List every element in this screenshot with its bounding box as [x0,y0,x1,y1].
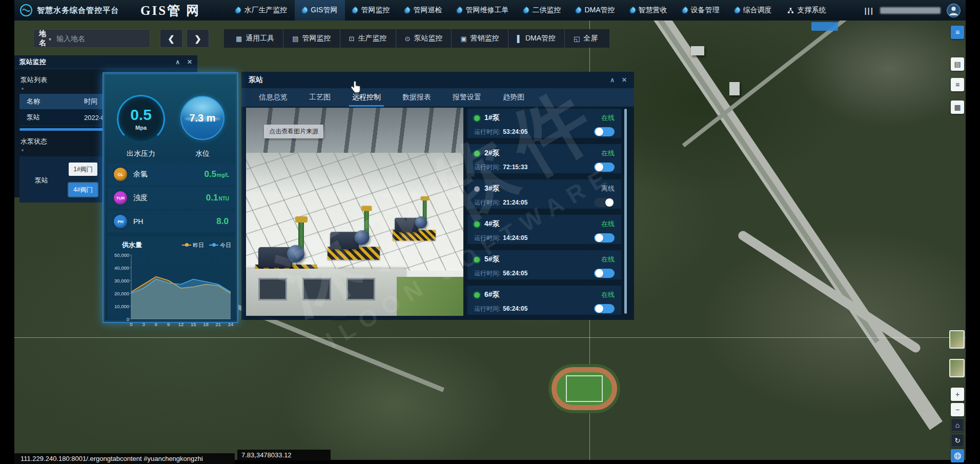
runtime-label: 运行时间: [474,198,500,207]
zoom-out-icon[interactable]: − [951,403,964,416]
user-avatar[interactable] [947,4,961,17]
nav-item-network-monitor[interactable]: 管网监控 [345,0,397,21]
tab-info-overview[interactable]: 信息总览 [259,88,288,107]
pressure-value: 0.5 [130,107,152,123]
turbidity-icon: TUR [114,191,127,205]
tool-general-tools[interactable]: ▦通用工具 [227,29,283,48]
svg-text:3: 3 [142,321,145,327]
status-badge: 离线 [601,184,615,193]
globe-icon[interactable] [951,449,964,462]
panel-toggle-icon[interactable]: ≡ [951,26,964,39]
pump-toggle[interactable] [594,127,615,136]
svg-text:24: 24 [228,321,234,327]
nav-item-device-management[interactable]: 设备管理 [675,0,727,21]
nav-item-label: 支撑系统 [798,6,826,15]
pump-card-2[interactable]: 2#泵在线 运行时间:72:15:33 [467,144,621,173]
tool-fullscreen[interactable]: ◱全屏 [565,29,606,48]
basemap-thumbnail-2[interactable] [949,359,965,377]
pump-card-3[interactable]: 3#泵离线 运行时间:21:24:05 [467,179,621,209]
water-drop-icon [575,7,582,14]
legend-icon[interactable]: ▤ [951,57,964,71]
tool-pump-station-monitor[interactable]: ⊙泵站监控 [396,29,452,48]
zoom-in-icon[interactable]: + [951,388,964,401]
pump-name: 1#泵 [484,113,500,123]
runtime-value: 21:24:05 [503,199,527,206]
valve-1-button[interactable]: 1#阀门 [69,163,97,176]
pump-unit-3 [393,187,436,241]
water-supply-chart: 供水量 昨日 今日 010,00020,00030,00040,00050,00… [108,236,235,320]
map-forward-button[interactable]: ❯ [187,29,209,48]
pump-room-3d-image[interactable] [246,108,463,316]
nav-item-label: DMA管控 [584,6,615,15]
runtime-label: 运行时间: [474,128,500,136]
nav-item-repair-orders[interactable]: 管网维修工单 [450,0,516,21]
pump-toggle[interactable] [594,163,615,172]
runtime-value: 14:24:05 [503,234,527,241]
nav-item-gis-network[interactable]: GIS管网 [295,0,345,21]
nav-item-dma-control[interactable]: DMA管控 [568,0,622,21]
pump-toggle[interactable] [594,304,615,313]
nav-item-network-inspection[interactable]: 管网巡检 [397,0,450,21]
water-drop-icon [301,7,309,14]
pump-name: 6#泵 [484,290,500,299]
close-icon[interactable]: ✕ [622,76,627,84]
collapse-icon[interactable]: ∧ [610,76,615,84]
legend-yesterday[interactable]: 昨日 [182,241,204,249]
runtime-label: 运行时间: [474,305,500,313]
water-drop-icon [523,7,530,14]
valve-4-button[interactable]: 4#阀门 [69,183,97,196]
legend-today[interactable]: 今日 [209,241,231,249]
nav-item-dispatch[interactable]: 综合调度 [727,0,780,21]
search-category-dropdown[interactable]: 地名 [39,29,46,48]
metric-row-chlorine: CL 余氯 0.5mg/L [108,164,235,185]
tool-label: 全屏 [583,34,598,43]
panel-icon: ▣ [460,35,466,43]
home-icon[interactable]: ⌂ [951,418,964,432]
pump-list-scrollbar[interactable] [624,109,627,314]
status-dot [474,257,480,263]
basemap-thumbnail-1[interactable] [949,330,965,349]
tab-process-diagram[interactable]: 工艺图 [309,88,331,107]
pump-card-4[interactable]: 4#泵在线 运行时间:14:24:05 [467,215,621,244]
status-badge: 在线 [601,290,615,299]
building-lawn [397,277,463,316]
list-icon[interactable]: ≡ [951,78,964,91]
svg-text:15: 15 [191,321,196,327]
pump-toggle[interactable] [594,233,615,243]
pump-card-5[interactable]: 5#泵在线 运行时间:56:24:05 [467,250,621,279]
tool-dma-control[interactable]: ▌DMA管控 [508,29,565,48]
refresh-icon[interactable]: ↻ [951,434,964,447]
map-back-button[interactable]: ❮ [160,29,182,48]
pump-card-6[interactable]: 6#泵在线 运行时间:56:24:05 [467,286,621,315]
pump-toggle[interactable] [594,198,615,207]
screen-border-left [0,0,14,464]
collapse-icon[interactable]: ∧ [175,58,180,66]
nav-item-support-system[interactable]: 支撑系统 [780,0,834,21]
water-level-value: 7.3 m [189,112,215,124]
svg-text:20,000: 20,000 [114,291,129,296]
tool-marketing-monitor[interactable]: ▣营销监控 [452,29,508,48]
tool-production-monitor[interactable]: ⊡生产监控 [340,29,396,48]
tool-network-monitor[interactable]: ▤管网监控 [283,29,340,48]
tab-data-report[interactable]: 数据报表 [402,88,431,107]
layers-icon[interactable]: ▦ [951,100,964,114]
image-source-tooltip[interactable]: 点击查看图片来源 [264,125,323,138]
pressure-unit: Mpa [135,125,147,131]
tool-label: DMA管控 [525,34,556,43]
tab-alarm-settings[interactable]: 报警设置 [453,88,481,107]
nav-item-smart-revenue[interactable]: 智慧营收 [623,0,675,21]
tab-trend-chart[interactable]: 趋势图 [503,88,524,107]
pump-toggle[interactable] [594,269,615,278]
cell-station-name: 泵站 [19,113,77,122]
status-badge: 在线 [601,255,615,264]
nav-item-label: GIS管网 [311,6,337,15]
nav-item-secondary-supply[interactable]: 二供监控 [516,0,568,21]
metric-value: 0.5mg/L [204,169,229,179]
svg-text:50,000: 50,000 [114,252,129,258]
search-input[interactable] [56,34,149,43]
close-icon[interactable]: ✕ [187,58,192,66]
nav-item-plant-monitor[interactable]: 水厂生产监控 [228,0,295,21]
map-hint-badge [811,22,838,31]
chart-legend: 昨日 今日 [182,241,231,249]
pump-card-1[interactable]: 1#泵在线 运行时间:53:24:05 [467,109,621,138]
